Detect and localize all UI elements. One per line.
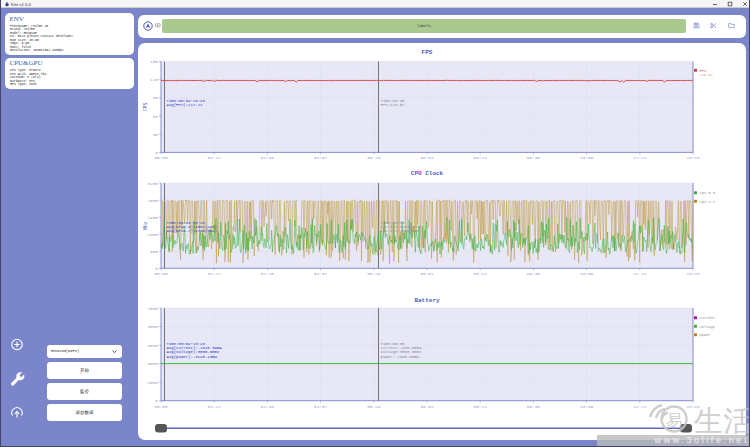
svg-text:04:07: 04:07 — [314, 271, 328, 276]
svg-text:00:00: 00:00 — [154, 271, 168, 276]
svg-text:2600: 2600 — [147, 198, 158, 203]
svg-text:00:00: 00:00 — [154, 404, 168, 409]
svg-text:0: 0 — [155, 266, 158, 271]
svg-text:04:07: 04:07 — [314, 404, 328, 409]
svg-text:06:52: 06:52 — [420, 155, 434, 160]
svg-text:08:14: 08:14 — [474, 155, 488, 160]
svg-text:150: 150 — [150, 59, 158, 64]
svg-text:09:36: 09:36 — [527, 155, 541, 160]
svg-text:12:21: 12:21 — [633, 404, 647, 409]
svg-text:7500: 7500 — [147, 306, 158, 311]
svg-text:FPS: FPS — [422, 49, 433, 56]
svg-text:power:-2805.00mW: power:-2805.00mW — [381, 355, 420, 359]
svg-text:Avg(CPU4-7):1796(59%): Avg(CPU4-7):1796(59%) — [167, 229, 217, 233]
svg-text:01:22: 01:22 — [208, 155, 222, 160]
svg-text:116.52: 116.52 — [700, 73, 713, 77]
svg-text:02:45: 02:45 — [261, 155, 275, 160]
svg-text:0: 0 — [155, 398, 158, 403]
svg-text:08:14: 08:14 — [474, 271, 488, 276]
svg-text:05:29: 05:29 — [367, 271, 381, 276]
svg-text:FPS:116.52: FPS:116.52 — [381, 103, 406, 107]
svg-text:CPU Clock: CPU Clock — [411, 170, 444, 177]
svg-text:6000: 6000 — [147, 324, 158, 329]
svg-text:90: 90 — [153, 95, 159, 100]
svg-text:4500: 4500 — [147, 343, 158, 348]
svg-text:05:29: 05:29 — [367, 404, 381, 409]
svg-text:13:43: 13:43 — [686, 271, 700, 276]
svg-text:01:22: 01:22 — [208, 271, 222, 276]
svg-text:04:07: 04:07 — [314, 155, 328, 160]
svg-text:02:45: 02:45 — [261, 404, 275, 409]
svg-text:01:22: 01:22 — [208, 404, 222, 409]
svg-text:1950: 1950 — [147, 215, 158, 220]
svg-text:10:59: 10:59 — [580, 404, 594, 409]
svg-text:12:21: 12:21 — [633, 271, 647, 276]
svg-text:0: 0 — [155, 150, 158, 155]
svg-text:120: 120 — [150, 77, 158, 82]
svg-text:3000: 3000 — [147, 361, 158, 366]
svg-text:02:45: 02:45 — [261, 271, 275, 276]
svg-text:30: 30 — [153, 132, 159, 137]
svg-text:06:52: 06:52 — [420, 404, 434, 409]
svg-text:1300: 1300 — [147, 232, 158, 237]
svg-text:Avg(power):-3145.13mW: Avg(power):-3145.13mW — [167, 355, 218, 359]
svg-text:3250: 3250 — [147, 181, 158, 186]
svg-text:生活: 生活 — [694, 405, 750, 436]
svg-text:08:14: 08:14 — [474, 404, 488, 409]
svg-text:current: current — [700, 316, 716, 320]
svg-text:voltage: voltage — [700, 325, 716, 329]
svg-text:650: 650 — [150, 249, 158, 254]
svg-text:06:52: 06:52 — [420, 271, 434, 276]
svg-text:cpu 4-7: cpu 4-7 — [700, 200, 716, 204]
svg-text:易: 易 — [666, 412, 682, 429]
svg-text:power: power — [700, 333, 711, 337]
svg-text:05:29: 05:29 — [367, 155, 381, 160]
svg-text:13:43: 13:43 — [686, 155, 700, 160]
svg-text:1500: 1500 — [147, 380, 158, 385]
svg-text:cpu 4-7:2002(59%): cpu 4-7:2002(59%) — [381, 229, 422, 233]
svg-text:10:59: 10:59 — [580, 271, 594, 276]
svg-text:cpu 0-3: cpu 0-3 — [700, 191, 716, 195]
svg-text:12:21: 12:21 — [633, 155, 647, 160]
svg-text:00:00: 00:00 — [154, 155, 168, 160]
svg-text:Battery: Battery — [414, 297, 440, 304]
svg-text:FPS: FPS — [143, 103, 148, 111]
svg-text:10:59: 10:59 — [580, 155, 594, 160]
svg-text:Avg(FPS):117.11: Avg(FPS):117.11 — [167, 103, 204, 107]
svg-text:MHz: MHz — [143, 221, 148, 229]
svg-text:60: 60 — [153, 114, 159, 119]
svg-text:FPS: FPS — [700, 69, 707, 73]
svg-text:09:36: 09:36 — [527, 404, 541, 409]
svg-text:09:36: 09:36 — [527, 271, 541, 276]
